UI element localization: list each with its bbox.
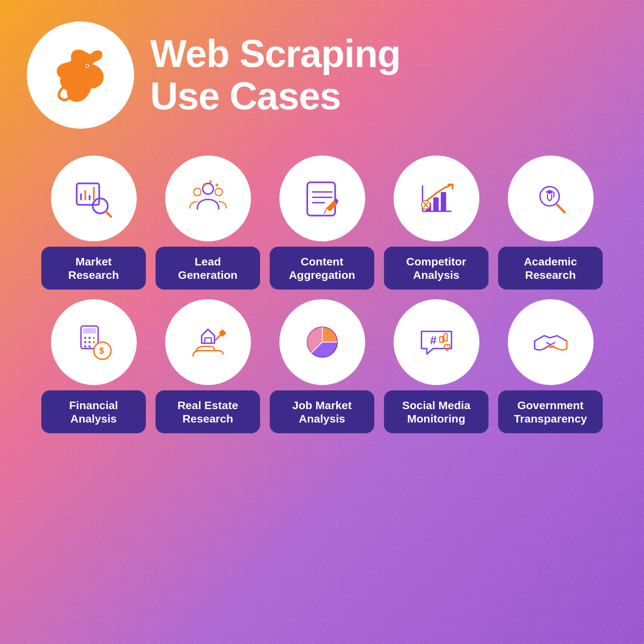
use-case-academic-research: AcademicResearch bbox=[498, 156, 603, 290]
social-media-monitoring-icon-circle: # bbox=[394, 299, 479, 385]
svg-rect-24 bbox=[433, 197, 439, 211]
job-market-analysis-icon bbox=[301, 321, 344, 364]
job-market-analysis-icon-circle bbox=[279, 299, 365, 385]
svg-text:★: ★ bbox=[214, 182, 219, 188]
svg-point-39 bbox=[93, 341, 95, 343]
financial-analysis-icon: $ bbox=[72, 321, 115, 364]
svg-line-20 bbox=[324, 208, 327, 213]
market-research-label: MarketResearch bbox=[41, 247, 146, 290]
use-case-financial-analysis: $ FinancialAnalysis bbox=[41, 299, 146, 433]
financial-analysis-icon-circle: $ bbox=[51, 299, 137, 385]
real-estate-research-icon-circle bbox=[165, 299, 251, 385]
financial-analysis-label: FinancialAnalysis bbox=[41, 390, 146, 433]
use-case-competitor-analysis: CompetitorAnalysis bbox=[384, 156, 488, 290]
svg-point-41 bbox=[88, 345, 91, 347]
use-case-social-media-monitoring: # Social MediaMonitoring bbox=[384, 299, 488, 433]
svg-point-12 bbox=[215, 188, 223, 196]
job-market-analysis-label: Job MarketAnalysis bbox=[270, 390, 374, 433]
competitor-analysis-icon-circle bbox=[394, 156, 479, 241]
svg-text:★: ★ bbox=[208, 179, 213, 184]
social-media-monitoring-icon: # bbox=[415, 321, 458, 364]
government-transparency-label: GovernmentTransparency bbox=[498, 390, 603, 433]
svg-rect-3 bbox=[77, 183, 99, 205]
svg-point-37 bbox=[84, 341, 86, 343]
squirrel-icon bbox=[51, 46, 110, 105]
svg-rect-25 bbox=[441, 192, 446, 211]
real-estate-research-icon bbox=[187, 321, 230, 364]
use-case-market-research: MarketResearch bbox=[41, 156, 146, 290]
logo-circle bbox=[27, 21, 134, 129]
svg-point-38 bbox=[88, 341, 91, 343]
use-case-job-market-analysis: Job MarketAnalysis bbox=[270, 299, 374, 433]
academic-research-icon bbox=[529, 177, 572, 220]
lead-generation-icon-circle: ★ ★ ★ bbox=[165, 156, 251, 241]
row-1-icons: MarketResearch ★ ★ bbox=[27, 156, 617, 290]
row-2-icons: $ FinancialAnalysis bbox=[27, 299, 617, 433]
svg-rect-44 bbox=[205, 338, 211, 343]
svg-line-9 bbox=[106, 211, 111, 217]
academic-research-label: AcademicResearch bbox=[498, 247, 603, 290]
use-case-government-transparency: GovernmentTransparency bbox=[498, 299, 603, 433]
government-transparency-icon bbox=[529, 321, 572, 364]
use-case-content-aggregation: ContentAggregation bbox=[270, 156, 374, 290]
svg-point-34 bbox=[84, 337, 86, 339]
svg-point-35 bbox=[88, 337, 91, 339]
market-research-icon-circle bbox=[51, 156, 137, 241]
svg-rect-16 bbox=[307, 182, 335, 216]
government-transparency-icon-circle bbox=[508, 299, 594, 385]
svg-rect-33 bbox=[83, 328, 96, 334]
real-estate-research-label: Real EstateResearch bbox=[156, 390, 260, 433]
header: Web ScrapingUse Cases bbox=[27, 21, 617, 129]
market-research-icon bbox=[72, 177, 115, 220]
svg-text:★: ★ bbox=[202, 182, 206, 188]
svg-point-2 bbox=[87, 65, 88, 67]
page-title: Web ScrapingUse Cases bbox=[150, 33, 617, 117]
svg-point-29 bbox=[540, 187, 559, 206]
content-aggregation-icon bbox=[301, 177, 344, 220]
content-aggregation-label: ContentAggregation bbox=[270, 247, 374, 290]
svg-point-0 bbox=[92, 55, 98, 60]
svg-line-31 bbox=[557, 205, 565, 212]
page-background: Web ScrapingUse Cases Mar bbox=[0, 0, 644, 644]
svg-point-36 bbox=[93, 337, 95, 339]
svg-text:$: $ bbox=[99, 346, 104, 356]
use-cases-grid: MarketResearch ★ ★ bbox=[27, 156, 617, 433]
svg-text:#: # bbox=[430, 334, 436, 347]
svg-point-40 bbox=[84, 345, 86, 347]
competitor-analysis-label: CompetitorAnalysis bbox=[384, 247, 488, 290]
content-aggregation-icon-circle bbox=[279, 156, 365, 241]
academic-research-icon-circle bbox=[508, 156, 594, 241]
svg-point-11 bbox=[194, 188, 201, 196]
use-case-real-estate-research: Real EstateResearch bbox=[156, 299, 260, 433]
lead-generation-icon: ★ ★ ★ bbox=[187, 177, 230, 220]
use-case-lead-generation: ★ ★ ★ LeadGeneration bbox=[156, 156, 260, 290]
title-block: Web ScrapingUse Cases bbox=[150, 33, 617, 117]
lead-generation-label: LeadGeneration bbox=[156, 247, 260, 290]
competitor-analysis-icon bbox=[415, 177, 458, 220]
social-media-monitoring-label: Social MediaMonitoring bbox=[384, 390, 488, 433]
